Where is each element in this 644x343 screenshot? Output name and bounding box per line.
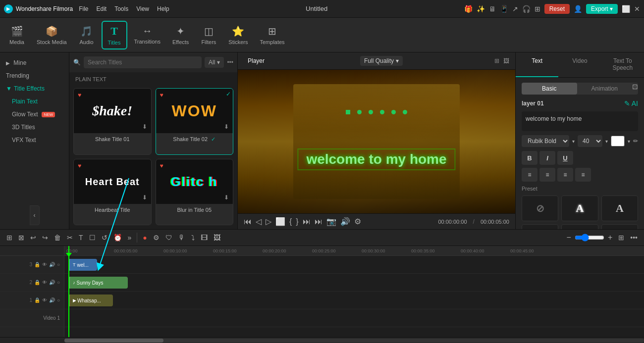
timeline-record[interactable]: ●: [140, 232, 149, 243]
track2-volume[interactable]: 🔊: [49, 280, 55, 285]
timeline-speed[interactable]: ⏰: [111, 232, 124, 243]
tab-tts[interactable]: Text To Speech: [601, 52, 644, 77]
filter-button[interactable]: All ▾: [205, 57, 224, 68]
menu-file[interactable]: File: [79, 5, 88, 12]
underline-button[interactable]: U: [557, 151, 573, 165]
next-clip-button[interactable]: ⏭: [315, 217, 322, 226]
sidebar-item-mine[interactable]: ▶ Mine: [0, 56, 69, 69]
track3-lock[interactable]: 🔒: [34, 262, 40, 267]
play-button[interactable]: ▷: [266, 217, 271, 226]
pen-icon[interactable]: ✏: [633, 138, 638, 145]
tab-video[interactable]: Video: [558, 52, 601, 77]
snapshot-button[interactable]: 📷: [326, 217, 336, 226]
timeline-settings2[interactable]: ⚙: [151, 232, 162, 243]
track3-mute[interactable]: ○: [57, 262, 60, 267]
menu-edit[interactable]: Edit: [97, 5, 107, 12]
toolbar-audio[interactable]: 🎵 Audio: [74, 22, 100, 48]
track2-eye[interactable]: 👁: [42, 280, 47, 285]
track1-eye[interactable]: 👁: [42, 297, 47, 303]
edit-icon[interactable]: ✎ AI: [624, 99, 638, 107]
title-card-shake01[interactable]: ♥ $hake! ⬇ Shake Title 01: [73, 88, 152, 155]
track1-lock[interactable]: 🔒: [34, 297, 40, 303]
photo-icon[interactable]: 🖼: [503, 57, 509, 64]
timeline-import[interactable]: ⤵: [189, 232, 197, 243]
timeline-delete[interactable]: 🗑: [52, 232, 63, 243]
timeline-multi-select[interactable]: ⊞: [4, 232, 15, 243]
sidebar-collapse-button[interactable]: ‹: [30, 205, 40, 225]
track2-lock[interactable]: 🔒: [34, 280, 40, 285]
preset-gray-outline[interactable]: A: [601, 196, 638, 221]
preset-white-outline[interactable]: A: [561, 196, 598, 221]
timeline-more-options[interactable]: •••: [628, 232, 640, 243]
timeline-rotate[interactable]: ↺: [99, 232, 110, 243]
tab-text[interactable]: Text: [516, 52, 558, 77]
align-center-button[interactable]: ≡: [539, 168, 555, 182]
menu-help[interactable]: Help: [157, 5, 169, 12]
track1-clip-video[interactable]: ▶ Whatsap...: [68, 294, 113, 306]
scrollbar-thumb[interactable]: [64, 339, 163, 343]
align-right-button[interactable]: ≡: [557, 168, 573, 182]
timeline-more[interactable]: »: [125, 232, 134, 243]
title-card-shake02[interactable]: ♥ WOW ✓ ⬇ Shake Title 02 ✓: [156, 88, 234, 155]
more-options-icon[interactable]: •••: [227, 59, 233, 66]
player-tab[interactable]: Player: [244, 55, 268, 66]
timeline-cut[interactable]: ✂: [64, 232, 75, 243]
grid-view-icon[interactable]: ⊞: [494, 57, 499, 64]
sidebar-3d-titles[interactable]: 3D Titles: [0, 121, 69, 134]
color-swatch[interactable]: [611, 136, 625, 147]
sidebar-title-effects-header[interactable]: ▼ Title Effects: [0, 82, 69, 95]
purchase-button[interactable]: Reset: [544, 4, 570, 14]
track2-clip-audio[interactable]: ♪ Sunny Days: [68, 277, 128, 289]
volume-button[interactable]: 🔊: [340, 217, 350, 226]
quality-selector[interactable]: Full Quality ▾: [360, 56, 403, 66]
preset-teal-3d[interactable]: A: [561, 224, 598, 229]
zoom-minus-button[interactable]: −: [564, 232, 574, 244]
timeline-film[interactable]: 🎞: [198, 232, 210, 243]
toolbar-templates[interactable]: ⊞ Templates: [255, 22, 289, 48]
toolbar-media[interactable]: 🎬 Media: [4, 22, 30, 48]
text-content-area[interactable]: welcome to my home: [522, 111, 638, 131]
track3-eye[interactable]: 👁: [42, 262, 47, 267]
track1-volume[interactable]: 🔊: [49, 297, 55, 303]
mark-in-button[interactable]: {: [289, 217, 292, 226]
toolbar-stickers[interactable]: ⭐ Stickers: [223, 22, 253, 48]
align-left-button[interactable]: ≡: [522, 168, 537, 182]
zoom-slider[interactable]: [575, 234, 604, 242]
align-justify-button[interactable]: ≡: [575, 168, 591, 182]
zoom-plus-button[interactable]: +: [605, 232, 615, 244]
mark-out-button[interactable]: }: [296, 217, 298, 226]
close-icon[interactable]: ✕: [634, 5, 640, 13]
sidebar-item-trending[interactable]: Trending: [0, 69, 69, 82]
track3-volume[interactable]: 🔊: [49, 262, 55, 267]
timeline-mic[interactable]: 🎙: [176, 232, 188, 243]
maximize-icon[interactable]: ⬜: [622, 5, 630, 13]
preset-none[interactable]: ⊘: [522, 196, 558, 221]
sidebar-vfx-text[interactable]: VFX Text: [0, 134, 69, 147]
panel-expand-icon[interactable]: ⊡: [632, 83, 638, 95]
menu-view[interactable]: View: [136, 5, 149, 12]
settings-button[interactable]: ⚙: [354, 217, 361, 226]
search-input[interactable]: [84, 56, 202, 68]
track2-mute[interactable]: ○: [57, 280, 60, 285]
prev-clip-button[interactable]: ⏭: [303, 217, 311, 226]
sub-tab-animation[interactable]: Animation: [577, 83, 633, 95]
italic-button[interactable]: I: [539, 151, 555, 165]
font-selector[interactable]: Rubik Bold: [522, 135, 569, 147]
timeline-grid-options[interactable]: ⊞: [616, 232, 627, 243]
preset-blue-glow[interactable]: A: [522, 224, 558, 229]
toolbar-transitions[interactable]: ↔ Transitions: [129, 22, 165, 48]
sidebar-plain-text[interactable]: Plain Text: [0, 95, 69, 108]
sidebar-glow-text[interactable]: Glow Text NEW: [0, 108, 69, 121]
track1-mute[interactable]: ○: [57, 297, 60, 303]
step-back-button[interactable]: ◁: [256, 217, 262, 226]
export-button[interactable]: Export ▾: [586, 4, 618, 14]
prev-frame-button[interactable]: ⏮: [244, 217, 252, 226]
timeline-crop[interactable]: ☐: [87, 232, 98, 243]
title-card-heartbeat[interactable]: ♥ Heart Beat ⬇ Heartbeat Title: [73, 159, 152, 225]
timeline-shield[interactable]: 🛡: [163, 232, 175, 243]
timeline-text[interactable]: T: [76, 232, 86, 243]
timeline-snapshot2[interactable]: 🖼: [211, 232, 223, 243]
sub-tab-basic[interactable]: Basic: [522, 83, 577, 95]
menu-tools[interactable]: Tools: [114, 5, 128, 12]
preset-blue-3d[interactable]: A: [601, 224, 638, 229]
